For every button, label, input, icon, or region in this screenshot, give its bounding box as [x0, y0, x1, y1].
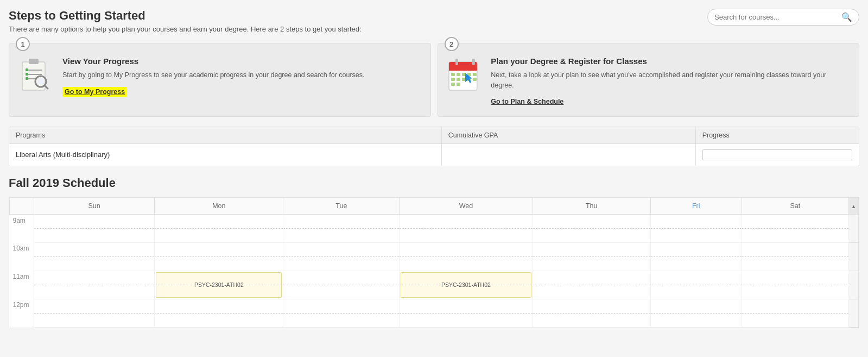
calendar-icon	[447, 57, 484, 93]
cell-Wed-11am: PSYC-2301-ATH02	[400, 271, 533, 299]
cell-Tue-11am	[283, 271, 400, 299]
svg-rect-15	[455, 59, 458, 65]
cell-Sun-9am	[34, 214, 155, 242]
progress-cell	[695, 143, 859, 166]
time-cell-10am: 10am	[10, 242, 34, 271]
step-2-title: Plan your Degree & Register for Classes	[491, 57, 850, 66]
cell-Fri-9am	[650, 214, 742, 242]
svg-rect-6	[26, 68, 28, 71]
clipboard-icon	[18, 57, 55, 93]
svg-rect-22	[451, 78, 454, 81]
svg-rect-14	[448, 68, 477, 71]
cell-Fri-12pm	[650, 299, 742, 327]
page-header-text: Steps to Getting Started There are many …	[9, 9, 362, 33]
cell-Fri-11am	[650, 271, 742, 299]
scroll-filler	[849, 214, 859, 242]
cell-Wed-12pm	[400, 299, 533, 327]
svg-rect-8	[26, 77, 28, 80]
cell-Thu-10am	[533, 242, 650, 271]
svg-rect-17	[451, 73, 454, 76]
progress-col-header: Progress	[695, 127, 859, 143]
cell-Fri-10am	[650, 242, 742, 271]
scroll-up-arrow[interactable]: ▲	[851, 204, 856, 209]
scroll-col: ▲	[849, 197, 859, 214]
time-cell-12pm: 12pm	[10, 299, 34, 327]
steps-container: 1 Vi	[9, 43, 859, 117]
thu-header: Thu	[533, 197, 650, 214]
step-1-description: Start by going to My Progress to see you…	[62, 70, 365, 80]
step-1-text: View Your Progress Start by going to My …	[62, 57, 365, 97]
schedule-table: Sun Mon Tue Wed Thu Fri Sat ▲ 9am10am11a…	[9, 197, 859, 328]
page-title: Steps to Getting Started	[9, 9, 362, 23]
step-1-number: 1	[16, 37, 30, 51]
cell-Mon-10am	[155, 242, 283, 271]
schedule-header-row: Sun Mon Tue Wed Thu Fri Sat ▲	[10, 197, 859, 214]
scroll-filler	[849, 242, 859, 271]
table-row: Liberal Arts (Multi-disciplinary)	[9, 143, 859, 166]
gpa-col-header: Cumulative GPA	[441, 127, 695, 143]
time-cell-11am: 11am	[10, 271, 34, 299]
progress-bar	[702, 149, 852, 160]
cell-Sat-10am	[742, 242, 849, 271]
step-2-number: 2	[445, 37, 459, 51]
cell-Wed-10am	[400, 242, 533, 271]
schedule-table-wrapper: Sun Mon Tue Wed Thu Fri Sat ▲ 9am10am11a…	[9, 197, 859, 328]
cell-Mon-11am: PSYC-2301-ATH02	[155, 271, 283, 299]
svg-rect-26	[472, 78, 476, 81]
svg-rect-23	[456, 78, 460, 81]
page-header: Steps to Getting Started There are many …	[9, 9, 859, 33]
schedule-title: Fall 2019 Schedule	[9, 176, 859, 190]
cell-Sat-12pm	[742, 299, 849, 327]
svg-rect-24	[461, 78, 465, 81]
fri-header: Fri	[650, 197, 742, 214]
cell-Mon-9am	[155, 214, 283, 242]
cell-Sun-10am	[34, 242, 155, 271]
cell-Sat-11am	[742, 271, 849, 299]
search-box[interactable]: 🔍	[707, 9, 859, 26]
programs-col-header: Programs	[9, 127, 442, 143]
step-2-text: Plan your Degree & Register for Classes …	[491, 57, 850, 105]
svg-rect-18	[456, 73, 460, 76]
svg-rect-19	[461, 73, 465, 76]
step-1-title: View Your Progress	[62, 57, 365, 66]
step-2-link[interactable]: Go to Plan & Schedule	[491, 98, 563, 105]
time-cell-9am: 9am	[10, 214, 34, 242]
step-1-card: 1 Vi	[9, 43, 431, 117]
step-2-card: 2	[438, 43, 860, 117]
scroll-filler	[849, 271, 859, 299]
page-wrapper: Steps to Getting Started There are many …	[0, 0, 868, 357]
search-icon: 🔍	[841, 12, 852, 22]
cell-Thu-9am	[533, 214, 650, 242]
search-input[interactable]	[714, 13, 838, 21]
cell-Sun-12pm	[34, 299, 155, 327]
svg-rect-27	[451, 83, 454, 86]
step-2-description: Next, take a look at your plan to see wh…	[491, 70, 850, 91]
cell-Sun-11am	[34, 271, 155, 299]
tue-header: Tue	[283, 197, 400, 214]
page-subtitle: There are many options to help you plan …	[9, 25, 362, 33]
svg-rect-16	[472, 59, 474, 65]
program-name: Liberal Arts (Multi-disciplinary)	[9, 143, 442, 166]
svg-rect-2	[29, 59, 39, 64]
cell-Tue-12pm	[283, 299, 400, 327]
step-1-link[interactable]: Go to My Progress	[62, 87, 127, 97]
schedule-row-12pm: 12pm	[10, 299, 859, 327]
cell-Tue-9am	[283, 214, 400, 242]
svg-rect-28	[456, 83, 460, 86]
programs-table: Programs Cumulative GPA Progress Liberal…	[9, 127, 859, 166]
svg-rect-7	[26, 73, 28, 76]
scroll-filler	[849, 299, 859, 327]
mon-header: Mon	[155, 197, 283, 214]
sat-header: Sat	[742, 197, 849, 214]
cell-Sat-9am	[742, 214, 849, 242]
time-header	[10, 197, 34, 214]
cell-Thu-12pm	[533, 299, 650, 327]
cell-Mon-12pm	[155, 299, 283, 327]
svg-rect-21	[472, 73, 476, 76]
gpa-value	[441, 143, 695, 166]
wed-header: Wed	[400, 197, 533, 214]
schedule-row-11am: 11amPSYC-2301-ATH02PSYC-2301-ATH02	[10, 271, 859, 299]
schedule-row-10am: 10am	[10, 242, 859, 271]
cell-Tue-10am	[283, 242, 400, 271]
schedule-row-9am: 9am	[10, 214, 859, 242]
